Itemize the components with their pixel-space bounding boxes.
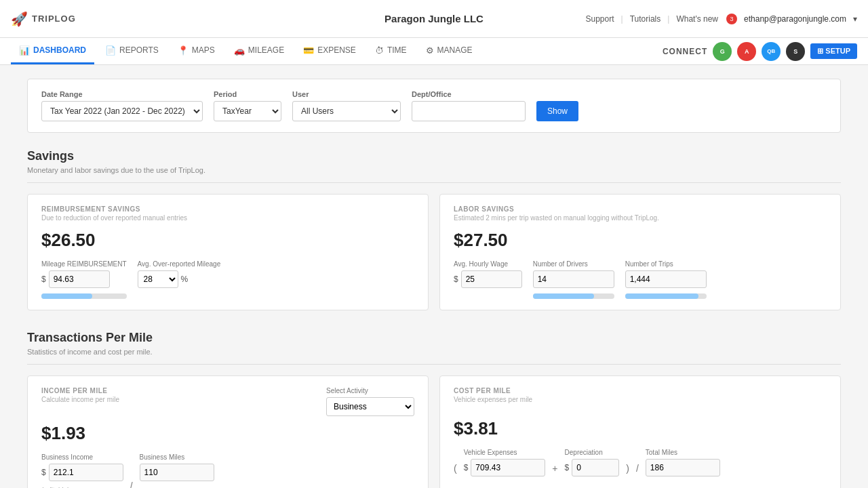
hourly-wage-input[interactable] [461, 270, 522, 288]
income-big-value: $1.93 [41, 423, 414, 444]
transactions-title: Transactions Per Mile [27, 331, 841, 345]
over-reported-label: Avg. Over-reported Mileage [138, 260, 221, 268]
income-card: INCOME PER MILE Calculate income per mil… [27, 375, 429, 488]
nav-right: CONNECT G A QB S ⊞ SETUP [663, 42, 857, 61]
filter-bar: Date Range Tax Year 2022 (Jan 2022 - Dec… [27, 79, 841, 133]
num-trips-bar-fill [625, 293, 698, 299]
total-miles-field: Total Miles [646, 449, 720, 476]
income-card-top: INCOME PER MILE Calculate income per mil… [41, 387, 414, 416]
income-select-label: Select Activity [326, 387, 414, 394]
over-reported-field: Avg. Over-reported Mileage 28 % [138, 260, 221, 288]
num-drivers-bar-fill [533, 293, 594, 299]
integration-apple[interactable]: A [737, 42, 756, 61]
percent-suffix: % [181, 274, 189, 284]
reimbursement-header: REIMBURSEMENT SAVINGS [41, 205, 414, 213]
hourly-wage-field: Avg. Hourly Wage $ [454, 260, 522, 288]
user-label: User [292, 90, 401, 98]
vehicle-expenses-field: Vehicle Expenses $ [464, 449, 546, 476]
cost-card: COST PER MILE Vehicle expenses per mile … [439, 375, 841, 488]
mileage-reimbursement-bar [41, 293, 127, 299]
over-reported-input-wrap: 28 % [138, 270, 221, 288]
income-header-group: INCOME PER MILE Calculate income per mil… [41, 387, 119, 411]
income-activity-select[interactable]: Business Personal All [326, 397, 414, 416]
nav-reports[interactable]: 📄 REPORTS [97, 38, 167, 64]
income-fields: Business Income $ (editable) / Business … [41, 453, 414, 488]
time-icon: ⏱ [375, 45, 384, 56]
plus-operator: + [552, 463, 557, 474]
labor-desc: Estimated 2 mins per trip wasted on manu… [454, 214, 827, 222]
num-drivers-input[interactable] [533, 270, 614, 288]
integration-stripe[interactable]: S [786, 42, 805, 61]
business-miles-field: Business Miles [140, 453, 214, 481]
user-dropdown-icon[interactable]: ▾ [853, 14, 857, 24]
nav-mileage[interactable]: 🚗 MILEAGE [226, 38, 292, 64]
savings-section: Savings Monetary and labor savings due t… [27, 149, 841, 310]
dept-group: Dept/Office [412, 90, 526, 121]
vehicle-expenses-label: Vehicle Expenses [464, 449, 546, 456]
over-reported-select[interactable]: 28 [138, 270, 178, 288]
labor-fields: Avg. Hourly Wage $ Number of Drivers [454, 260, 827, 299]
main-content: Date Range Tax Year 2022 (Jan 2022 - Dec… [0, 65, 868, 488]
cost-fields: ( Vehicle Expenses $ + Depreciation $ [454, 449, 827, 476]
date-range-label: Date Range [41, 90, 203, 98]
period-label: Period [214, 90, 281, 98]
reimbursement-fields: Mileage REIMBURSEMENT $ Avg. Over-report… [41, 260, 414, 299]
cost-header: COST PER MILE [454, 387, 532, 394]
open-paren: ( [454, 463, 457, 474]
logo-text: TRIPLOG [32, 14, 76, 24]
show-button[interactable]: Show [536, 101, 578, 121]
transactions-subtitle: Statistics of income and cost per mile. [27, 348, 841, 356]
nav-reports-label: REPORTS [119, 45, 159, 55]
cost-desc: Vehicle expenses per mile [454, 396, 532, 403]
business-miles-input[interactable] [140, 464, 214, 481]
nav-time[interactable]: ⏱ TIME [367, 38, 415, 64]
date-range-group: Date Range Tax Year 2022 (Jan 2022 - Dec… [41, 90, 203, 121]
num-drivers-bar [533, 293, 614, 299]
user-email[interactable]: ethanp@paragonjungle.com [744, 14, 846, 24]
dashboard-icon: 📊 [19, 45, 30, 56]
integration-quickbooks[interactable]: QB [762, 42, 781, 61]
num-trips-input[interactable] [625, 270, 707, 288]
transactions-section: Transactions Per Mile Statistics of inco… [27, 331, 841, 488]
support-link[interactable]: Support [586, 14, 614, 24]
nav-mileage-label: MILEAGE [248, 45, 284, 55]
business-income-input[interactable] [49, 464, 123, 481]
tutorials-link[interactable]: Tutorials [630, 14, 661, 24]
nav-time-label: TIME [387, 45, 407, 55]
date-range-select[interactable]: Tax Year 2022 (Jan 2022 - Dec 2022) [41, 101, 203, 121]
hourly-wage-label: Avg. Hourly Wage [454, 260, 522, 268]
maps-icon: 📍 [178, 45, 189, 56]
savings-title: Savings [27, 149, 841, 163]
mileage-reimbursement-input[interactable] [49, 270, 110, 288]
triplog-logo-icon: 🚀 [11, 11, 28, 27]
income-operator: / [130, 481, 133, 488]
whats-new-link[interactable]: What's new [676, 14, 718, 24]
nav-bar: 📊 DASHBOARD 📄 REPORTS 📍 MAPS 🚗 MILEAGE 💳… [0, 38, 868, 65]
total-miles-input[interactable] [646, 459, 720, 476]
vehicle-expenses-prefix: $ [464, 463, 469, 472]
nav-left: 📊 DASHBOARD 📄 REPORTS 📍 MAPS 🚗 MILEAGE 💳… [11, 38, 481, 64]
nav-manage[interactable]: ⚙ MANAGE [418, 38, 481, 64]
nav-maps[interactable]: 📍 MAPS [170, 38, 223, 64]
vehicle-expenses-input[interactable] [471, 459, 545, 476]
nav-dashboard[interactable]: 📊 DASHBOARD [11, 38, 94, 64]
setup-button[interactable]: ⊞ SETUP [810, 43, 857, 59]
mileage-icon: 🚗 [234, 45, 245, 56]
labor-card: LABOR SAVINGS Estimated 2 mins per trip … [439, 194, 841, 310]
business-income-label: Business Income [41, 453, 123, 461]
whats-new-badge: 3 [726, 14, 737, 24]
savings-cards: REIMBURSEMENT SAVINGS Due to reduction o… [27, 194, 841, 310]
business-miles-label: Business Miles [140, 453, 214, 461]
labor-big-value: $27.50 [454, 230, 827, 251]
nav-maps-label: MAPS [192, 45, 215, 55]
mileage-reimbursement-label: Mileage REIMBURSEMENT [41, 260, 127, 268]
connect-button[interactable]: CONNECT [663, 47, 707, 56]
dept-input[interactable] [412, 101, 526, 121]
depreciation-input[interactable] [572, 459, 619, 476]
period-select[interactable]: TaxYear CalYear Custom [214, 101, 281, 121]
num-trips-bar [625, 293, 707, 299]
integration-google[interactable]: G [713, 42, 732, 61]
nav-expense[interactable]: 💳 EXPENSE [295, 38, 364, 64]
user-select[interactable]: All Users [292, 101, 401, 121]
nav-expense-label: EXPENSE [317, 45, 356, 55]
